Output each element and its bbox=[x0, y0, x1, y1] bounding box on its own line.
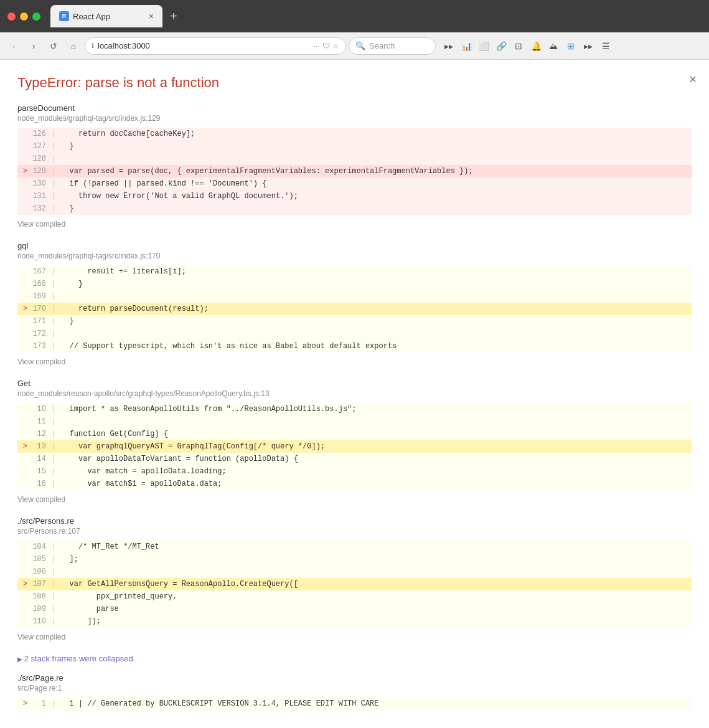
line-sep: | bbox=[51, 280, 60, 288]
code-line: 131 | throw new Error('Not a valid Graph… bbox=[17, 190, 692, 202]
line-num: 171 bbox=[29, 317, 51, 326]
code-block-4: 104 | /* MT_Ret */MT_Ret 105 | ]; 106 | … bbox=[17, 541, 692, 628]
forward-button[interactable]: › bbox=[25, 37, 42, 55]
code-line: 126 | return docCache[cacheKey]; bbox=[17, 128, 692, 140]
code-line: 108 | ppx_printed_query, bbox=[17, 590, 692, 603]
code-block-1: 126 | return docCache[cacheKey]; 127 | }… bbox=[17, 128, 692, 215]
toolbar-link-button[interactable]: 🔗 bbox=[493, 38, 509, 54]
toolbar-menu-button[interactable]: ☰ bbox=[598, 38, 614, 54]
stack-frame-4: ./src/Persons.re src/Persons.re:107 104 … bbox=[17, 516, 692, 641]
line-content: var graphqlQueryAST = GraphqlTag(Config[… bbox=[60, 442, 325, 451]
line-arrow bbox=[17, 480, 29, 488]
toolbar-extension1-button[interactable]: ⛰ bbox=[545, 38, 561, 54]
toolbar-library-button[interactable]: 📊 bbox=[458, 38, 474, 54]
frame-name-2: gql bbox=[17, 241, 692, 250]
line-sep: | bbox=[51, 542, 60, 551]
line-num: 109 bbox=[29, 605, 51, 613]
code-line: 105 | ]; bbox=[17, 553, 692, 565]
line-content: } bbox=[60, 142, 74, 151]
back-button[interactable]: ‹ bbox=[5, 37, 22, 55]
line-sep: | bbox=[51, 317, 60, 326]
line-arrow: > bbox=[17, 699, 29, 708]
line-num: 128 bbox=[29, 154, 51, 163]
code-line: 128 | bbox=[17, 153, 692, 165]
collapsed-frames[interactable]: 2 stack frames were collapsed. bbox=[17, 654, 692, 663]
toolbar-screenshot-button[interactable]: ⊡ bbox=[510, 38, 527, 54]
title-bar: R React App × + bbox=[0, 0, 709, 32]
address-more-icon[interactable]: ··· bbox=[314, 42, 320, 50]
reload-button[interactable]: ↺ bbox=[45, 37, 62, 55]
line-num: 131 bbox=[29, 192, 51, 201]
address-security-icon: ℹ bbox=[92, 42, 94, 50]
error-close-button[interactable]: × bbox=[689, 72, 697, 87]
toolbar-extension2-button[interactable]: ⊞ bbox=[563, 38, 579, 54]
line-arrow bbox=[17, 154, 29, 163]
line-content: var match$1 = apolloData.data; bbox=[60, 480, 222, 488]
browser-tab[interactable]: R React App × bbox=[50, 5, 162, 27]
stack-frame-1: parseDocument node_modules/graphql-tag/s… bbox=[17, 103, 692, 229]
view-compiled-2[interactable]: View compiled bbox=[17, 357, 692, 366]
line-num: 126 bbox=[29, 130, 51, 138]
frame-name-4: ./src/Persons.re bbox=[17, 516, 692, 526]
address-bar[interactable]: ℹ localhost:3000 ··· 🛡 ☆ bbox=[85, 37, 346, 55]
line-arrow bbox=[17, 179, 29, 188]
frame-name-1: parseDocument bbox=[17, 103, 692, 113]
line-arrow bbox=[17, 617, 29, 626]
view-compiled-3[interactable]: View compiled bbox=[17, 495, 692, 504]
home-button[interactable]: ⌂ bbox=[65, 37, 82, 55]
line-content: import * as ReasonApolloUtils from "../R… bbox=[60, 405, 356, 414]
close-window-button[interactable] bbox=[7, 12, 16, 21]
toolbar-overflow-button[interactable]: ▸▸ bbox=[580, 38, 596, 54]
line-sep: | bbox=[51, 342, 60, 351]
view-compiled-4[interactable]: View compiled bbox=[17, 633, 692, 641]
line-sep: | bbox=[51, 592, 60, 601]
line-num: 108 bbox=[29, 592, 51, 601]
line-content: } bbox=[60, 280, 83, 288]
line-sep: | bbox=[51, 480, 60, 488]
new-tab-button[interactable]: + bbox=[170, 9, 177, 24]
code-line: 15 | var match = apolloData.loading; bbox=[17, 465, 692, 478]
frame-file-3: node_modules/reason-apollo/src/graphql-t… bbox=[17, 389, 692, 398]
line-num: 12 bbox=[29, 430, 51, 438]
line-sep: | bbox=[51, 154, 60, 163]
search-bar[interactable]: 🔍 Search bbox=[349, 37, 436, 55]
line-content: ppx_printed_query, bbox=[60, 592, 177, 601]
pocket-icon[interactable]: 🛡 bbox=[322, 42, 330, 50]
line-sep: | bbox=[51, 467, 60, 476]
line-num: 13 bbox=[29, 442, 51, 451]
code-block-2: 167 | result += literals[i]; 168 | } 169… bbox=[17, 265, 692, 352]
line-content: ]); bbox=[60, 617, 101, 626]
line-sep: | bbox=[51, 405, 60, 414]
line-num: 127 bbox=[29, 142, 51, 151]
line-content: return docCache[cacheKey]; bbox=[60, 130, 195, 138]
maximize-window-button[interactable] bbox=[32, 12, 40, 21]
line-num: 10 bbox=[29, 405, 51, 414]
search-placeholder: Search bbox=[369, 41, 395, 50]
toolbar-synced-tabs-button[interactable]: ⬜ bbox=[476, 38, 492, 54]
line-sep: | bbox=[51, 442, 60, 451]
code-line: 11 | bbox=[17, 415, 692, 428]
code-line: 132 | } bbox=[17, 202, 692, 215]
code-line: 169 | bbox=[17, 290, 692, 303]
line-arrow bbox=[17, 267, 29, 276]
view-compiled-1[interactable]: View compiled bbox=[17, 220, 692, 229]
tab-title: React App bbox=[73, 12, 145, 21]
toolbar-more-button[interactable]: ▸▸ bbox=[441, 38, 457, 54]
tab-close-button[interactable]: × bbox=[149, 11, 154, 21]
line-num: 105 bbox=[29, 555, 51, 564]
bookmark-icon[interactable]: ☆ bbox=[332, 42, 339, 50]
line-sep: | bbox=[51, 417, 60, 426]
line-content: result += literals[i]; bbox=[60, 267, 186, 276]
line-content: return parseDocument(result); bbox=[60, 305, 209, 313]
line-content: if (!parsed || parsed.kind !== 'Document… bbox=[60, 179, 266, 188]
minimize-window-button[interactable] bbox=[20, 12, 28, 21]
line-arrow bbox=[17, 467, 29, 476]
code-line: 109 | parse bbox=[17, 603, 692, 615]
frame-name-3: Get bbox=[17, 379, 692, 388]
line-arrow bbox=[17, 292, 29, 301]
line-num: 15 bbox=[29, 467, 51, 476]
toolbar-alerts-button[interactable]: 🔔 bbox=[528, 38, 544, 54]
page-content: × TypeError: parse is not a function par… bbox=[0, 60, 709, 728]
code-line: 172 | bbox=[17, 328, 692, 340]
stack-frame-3: Get node_modules/reason-apollo/src/graph… bbox=[17, 379, 692, 504]
